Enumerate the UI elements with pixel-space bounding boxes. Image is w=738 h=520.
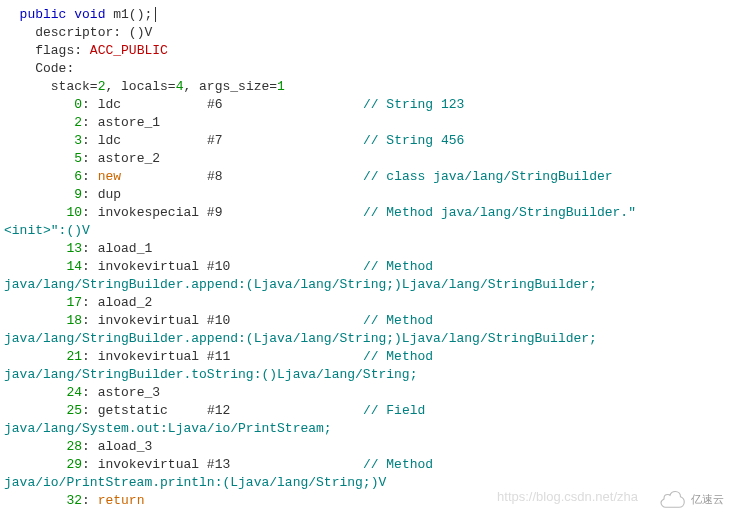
flags-label: flags: [35, 43, 82, 58]
method-name: m1(); [113, 7, 152, 22]
stack-label: stack= [51, 79, 98, 94]
keyword-public: public [20, 7, 67, 22]
descriptor-label: descriptor: [35, 25, 121, 40]
flags-value: ACC_PUBLIC [90, 43, 168, 58]
code-label: Code: [35, 61, 74, 76]
keyword-void: void [74, 7, 105, 22]
descriptor-value: ()V [129, 25, 152, 40]
text-cursor [155, 7, 156, 22]
bytecode-listing: public void m1(); descriptor: ()V flags:… [4, 6, 734, 510]
argsize-value: 1 [277, 79, 285, 94]
